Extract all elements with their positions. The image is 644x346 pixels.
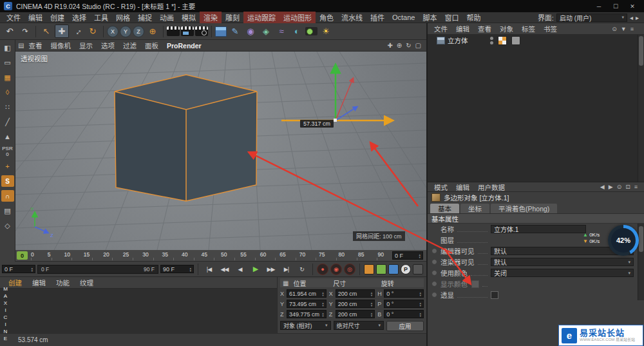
range-start-field[interactable]: 0 F bbox=[2, 265, 35, 273]
viewport-dolly-icon[interactable]: ⊕ bbox=[397, 42, 402, 49]
spinner-icon[interactable] bbox=[420, 312, 422, 317]
undo-icon[interactable]: ↶ bbox=[3, 24, 17, 38]
timeline-playhead[interactable]: 0 bbox=[17, 251, 28, 260]
loop-button[interactable]: ↻ bbox=[295, 264, 308, 275]
viewport-menu-panel[interactable]: 面板 bbox=[141, 41, 162, 50]
menu-item-mograph[interactable]: 运动图形 bbox=[279, 12, 316, 23]
timeline-ruler-ticks[interactable]: 051015202530354045505560657075808590 bbox=[31, 251, 384, 258]
light-icon[interactable]: ☀ bbox=[319, 24, 333, 38]
position-x-field[interactable]: 61.954 cm bbox=[287, 289, 327, 298]
anim-dot[interactable] bbox=[431, 259, 437, 265]
lock-y-button[interactable]: Y bbox=[120, 26, 131, 37]
rotation-h-field[interactable]: 0 ° bbox=[384, 289, 424, 298]
spinner-icon[interactable] bbox=[322, 291, 324, 296]
menu-item-octane[interactable]: Octane bbox=[388, 13, 419, 22]
visibility-dots[interactable] bbox=[490, 37, 493, 44]
spline-pen-icon[interactable]: ✎ bbox=[228, 24, 242, 38]
menu-item-character[interactable]: 角色 bbox=[316, 12, 337, 23]
size-y-field[interactable]: 200 cm bbox=[336, 300, 375, 308]
snap-icon[interactable]: ∩ bbox=[1, 190, 14, 202]
menu-item-animate[interactable]: 动画 bbox=[156, 12, 178, 23]
tab-coordinates[interactable]: 坐标 bbox=[460, 204, 489, 213]
camera-icon[interactable] bbox=[305, 27, 317, 35]
live-selection-icon[interactable]: ↖ bbox=[39, 24, 53, 38]
polygons-mode-icon[interactable]: ▲ bbox=[1, 131, 14, 142]
subdivision-surface-icon[interactable]: ◉ bbox=[243, 24, 258, 38]
coord-mode-dropdown[interactable]: 对象 (相对) bbox=[280, 321, 331, 330]
menu-item-tools[interactable]: 工具 bbox=[90, 12, 112, 23]
cube-object[interactable] bbox=[115, 75, 257, 201]
menu-item-window[interactable]: 窗口 bbox=[440, 12, 462, 23]
workplane-snap-icon[interactable]: ▤ bbox=[1, 205, 14, 216]
material-menu-texture[interactable]: 纹理 bbox=[75, 278, 98, 287]
object-manager-body[interactable]: 立方体 bbox=[428, 35, 644, 182]
om-scrollbar[interactable] bbox=[638, 35, 644, 182]
position-z-field[interactable]: 349.775 cm bbox=[287, 310, 327, 318]
axis-mode-icon[interactable]: + bbox=[1, 160, 14, 172]
goto-start-button[interactable]: |◀ bbox=[202, 264, 216, 275]
menu-item-motion-tracker[interactable]: 运动跟踪 bbox=[243, 12, 279, 23]
lock-z-button[interactable]: Z bbox=[133, 26, 144, 37]
render-visible-dropdown[interactable]: 默认 bbox=[491, 258, 634, 266]
rotate-tool-icon[interactable]: ↻ bbox=[86, 24, 100, 38]
current-frame-field[interactable]: 0 F bbox=[392, 251, 423, 260]
material-menu-function[interactable]: 功能 bbox=[52, 278, 74, 287]
record-options-button[interactable]: ◎ bbox=[344, 264, 355, 275]
pin-icon[interactable]: ⊙ bbox=[617, 184, 622, 190]
size-z-field[interactable]: 200 cm bbox=[336, 310, 375, 318]
anim-dot[interactable] bbox=[431, 292, 437, 298]
history-back-icon[interactable]: ◀ bbox=[600, 184, 605, 190]
axis-gizmo[interactable] bbox=[281, 66, 392, 122]
material-menu-edit[interactable]: 编辑 bbox=[28, 278, 50, 287]
render-picture-viewer-icon[interactable] bbox=[181, 26, 194, 36]
menu-item-plugins[interactable]: 插件 bbox=[366, 12, 388, 23]
spinner-icon[interactable] bbox=[31, 267, 33, 272]
keying-rotation-toggle[interactable] bbox=[388, 264, 399, 274]
menu-item-snap[interactable]: 捕捉 bbox=[134, 12, 156, 23]
model-mode-icon[interactable]: ▭ bbox=[1, 57, 14, 68]
om-menu-tags[interactable]: 标签 bbox=[518, 24, 539, 34]
om-menu-edit[interactable]: 编辑 bbox=[452, 24, 473, 34]
viewport-menu-display[interactable]: 显示 bbox=[75, 41, 97, 50]
apply-button[interactable]: 应用 bbox=[386, 321, 424, 331]
move-tool-icon[interactable]: ✚ bbox=[55, 24, 69, 38]
spinner-icon[interactable] bbox=[189, 267, 191, 272]
rotation-b-field[interactable]: 0 ° bbox=[384, 310, 424, 318]
lock-icon[interactable]: ◇ bbox=[1, 220, 14, 231]
viewport-menu-view[interactable]: 查看 bbox=[24, 41, 46, 50]
texture-tag-icon[interactable] bbox=[498, 36, 507, 45]
prev-frame-button[interactable]: ◀ bbox=[233, 264, 247, 275]
prev-key-button[interactable]: ◀◀ bbox=[218, 264, 231, 275]
am-menu-userdata[interactable]: 用户数据 bbox=[474, 182, 509, 192]
size-mode-dropdown[interactable]: 绝对尺寸 bbox=[334, 321, 384, 330]
filter-icon[interactable]: ▼ bbox=[621, 26, 627, 32]
om-scrollbar-thumb[interactable] bbox=[639, 36, 643, 66]
object-row-cube[interactable]: 立方体 bbox=[428, 35, 644, 46]
keying-parameter-toggle[interactable]: P bbox=[401, 264, 411, 274]
size-x-field[interactable]: 200 cm bbox=[336, 289, 375, 298]
interface-next-icon[interactable]: ▸ bbox=[636, 14, 639, 21]
add-cube-icon[interactable] bbox=[215, 26, 227, 37]
viewport-menu-cameras[interactable]: 摄像机 bbox=[46, 41, 75, 50]
render-view-icon[interactable] bbox=[167, 26, 180, 36]
points-mode-icon[interactable]: ∷ bbox=[1, 101, 14, 113]
spinner-icon[interactable] bbox=[371, 302, 373, 307]
interface-dropdown[interactable]: 启动 (用户) bbox=[556, 14, 627, 22]
anim-dot[interactable] bbox=[431, 248, 437, 254]
tab-basic[interactable]: 基本 bbox=[430, 204, 459, 213]
use-color-dropdown[interactable]: 关闭 bbox=[491, 269, 634, 277]
om-menu-file[interactable]: 文件 bbox=[430, 24, 451, 34]
name-input[interactable]: 立方体.1 bbox=[491, 225, 586, 233]
menu-item-simulate[interactable]: 模拟 bbox=[178, 12, 200, 23]
spinner-icon[interactable] bbox=[371, 312, 373, 317]
search-icon[interactable]: ⊙ bbox=[612, 26, 617, 32]
am-scrollbar[interactable] bbox=[638, 224, 644, 300]
spinner-icon[interactable] bbox=[420, 302, 422, 307]
spinner-icon[interactable] bbox=[371, 291, 373, 296]
redo-icon[interactable]: ↷ bbox=[18, 24, 32, 38]
history-forward-icon[interactable]: ▶ bbox=[609, 184, 613, 190]
edges-mode-icon[interactable]: ╱ bbox=[1, 116, 14, 128]
viewport-menu-filter[interactable]: 过滤 bbox=[119, 41, 140, 50]
options-icon[interactable]: ≡ bbox=[630, 26, 634, 32]
xray-checkbox[interactable] bbox=[491, 291, 498, 299]
